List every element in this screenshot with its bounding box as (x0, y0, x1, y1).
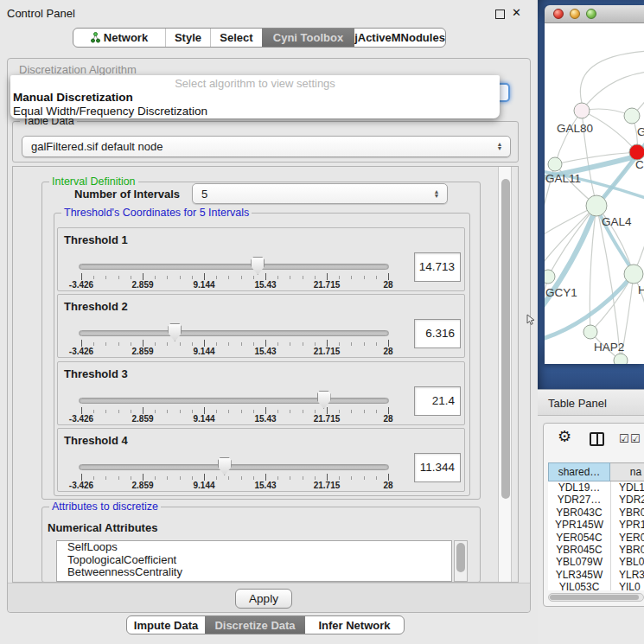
columns-icon[interactable] (590, 432, 604, 446)
column-header-name[interactable]: na (610, 462, 644, 481)
cell-name[interactable]: YER0 (610, 532, 644, 544)
close-traffic-light[interactable] (553, 9, 564, 19)
network-node[interactable] (574, 103, 590, 118)
network-node[interactable] (583, 325, 597, 339)
table-row[interactable]: YDL19…YDL1 (548, 481, 644, 494)
table-row[interactable]: YER054CYER0 (548, 532, 644, 544)
threshold-2-label: Threshold 2 (64, 300, 128, 313)
table-row[interactable]: YLR345WYLR3 (548, 569, 644, 581)
attributes-list-scrollbar[interactable] (454, 540, 468, 582)
table-row[interactable]: YBR045CYBR0 (548, 544, 644, 556)
threshold-1-slider-track[interactable] (79, 264, 389, 270)
table-row[interactable]: YIL053CYIL0 (548, 581, 644, 590)
network-node[interactable] (548, 157, 562, 171)
network-edge[interactable] (548, 206, 596, 277)
list-item[interactable]: SelfLoops (57, 541, 451, 554)
network-edge[interactable] (582, 72, 644, 111)
tab-jactivemnodules[interactable]: jActiveMNodules (354, 29, 445, 47)
network-window-titlebar[interactable] (545, 5, 644, 23)
table-row[interactable]: YBL079WYBL0 (548, 556, 644, 568)
slider-tick-label: 9.144 (193, 481, 214, 490)
zoom-traffic-light[interactable] (586, 9, 596, 19)
cell-name[interactable]: YDR2 (610, 494, 644, 506)
cell-shared-name[interactable]: YIL053C (548, 581, 610, 590)
minimize-traffic-light[interactable] (570, 9, 580, 19)
tab-infer-network-label: Infer Network (318, 619, 390, 632)
close-icon[interactable]: ✕ (512, 6, 521, 19)
threshold-4-slider-track[interactable] (79, 464, 389, 470)
cell-name[interactable]: YPR1 (610, 519, 644, 531)
gear-icon[interactable]: ⚙ (558, 429, 571, 444)
network-edge[interactable] (580, 51, 644, 103)
network-node-label: GCY1 (545, 286, 577, 299)
threshold-3-slider-track[interactable] (79, 398, 389, 404)
scrollbar-thumb[interactable] (501, 179, 510, 499)
network-node[interactable] (586, 195, 607, 216)
float-window-icon[interactable] (495, 10, 505, 19)
cell-name[interactable]: YLR3 (610, 569, 644, 581)
algorithm-dropdown-prompt[interactable]: Select algorithm to view settings (10, 77, 500, 91)
slider-tick (303, 276, 303, 279)
threshold-1-value-field[interactable]: 14.713 (414, 252, 461, 282)
tab-network[interactable]: Network (73, 29, 165, 47)
cell-name[interactable]: YIL0 (610, 581, 644, 590)
cell-shared-name[interactable]: YLR345W (548, 569, 610, 581)
column-header-shared-name[interactable]: shared… (548, 462, 610, 481)
apply-button[interactable]: Apply (235, 589, 292, 609)
tab-discretize-data[interactable]: Discretize Data (205, 616, 305, 634)
cell-name[interactable]: YBL0 (610, 556, 644, 568)
cell-shared-name[interactable]: YPR145W (548, 519, 610, 531)
list-item[interactable]: TopologicalCoefficient (57, 554, 451, 567)
threshold-4-slider-thumb[interactable] (218, 457, 232, 475)
tab-impute-data[interactable]: Impute Data (127, 616, 205, 634)
slider-tick (93, 476, 94, 480)
network-node[interactable] (624, 108, 640, 124)
number-of-intervals-combobox[interactable]: 5 ▲▼ (192, 183, 448, 204)
table-horizontal-scrollbar[interactable] (548, 593, 644, 602)
network-node-label: HAP2 (594, 341, 624, 354)
slider-tick (376, 410, 377, 413)
network-view-window: GAL80G.CGAL11GAL4GCY1HHAP2 (545, 5, 644, 364)
table-row[interactable]: YBR043CYBR0 (548, 507, 644, 519)
cell-shared-name[interactable]: YBR043C (548, 507, 610, 519)
tab-cyni-toolbox[interactable]: Cyni Toolbox (262, 29, 354, 47)
tab-cyni-toolbox-label: Cyni Toolbox (273, 31, 343, 44)
network-node[interactable] (614, 354, 628, 364)
threshold-3-slider-thumb[interactable] (317, 391, 331, 409)
network-node[interactable] (624, 265, 643, 284)
settings-vertical-scrollbar[interactable] (498, 167, 512, 582)
cell-shared-name[interactable]: YBR045C (548, 544, 610, 556)
threshold-2-slider-thumb[interactable] (168, 323, 182, 341)
network-node[interactable] (545, 270, 555, 284)
algorithm-option-manual[interactable]: Manual Discretization (10, 91, 500, 105)
list-item[interactable]: BetweennessCentrality (57, 566, 451, 579)
tab-style[interactable]: Style (165, 29, 210, 47)
scrollbar-thumb[interactable] (550, 595, 639, 600)
table-data-combobox[interactable]: galFiltered.sif default node ▲▼ (22, 136, 511, 157)
cell-shared-name[interactable]: YDL19… (548, 481, 610, 494)
select-all-checkbox-icon[interactable]: ☑ (619, 432, 629, 445)
numerical-attributes-list[interactable]: SelfLoops TopologicalCoefficient Between… (56, 540, 452, 582)
threshold-2-value-field[interactable]: 6.316 (414, 319, 461, 348)
network-canvas[interactable]: GAL80G.CGAL11GAL4GCY1HHAP2 (545, 23, 644, 364)
checkbox-icon[interactable]: ☑ (630, 432, 641, 445)
threshold-2-slider-track[interactable] (79, 330, 389, 336)
tab-infer-network[interactable]: Infer Network (305, 616, 404, 634)
threshold-3-value-field[interactable]: 21.4 (414, 386, 461, 416)
cell-name[interactable]: YBR0 (610, 507, 644, 519)
cell-name[interactable]: YDL1 (610, 481, 644, 494)
cell-shared-name[interactable]: YBL079W (548, 556, 610, 568)
slider-tick (143, 474, 143, 481)
threshold-1-slider-thumb[interactable] (251, 257, 265, 275)
tab-select[interactable]: Select (210, 29, 262, 47)
cell-name[interactable]: YBR0 (610, 544, 644, 556)
algorithm-option-equal-width[interactable]: Equal Width/Frequency Discretization (10, 105, 500, 118)
table-row[interactable]: YPR145WYPR1 (548, 519, 644, 531)
cell-shared-name[interactable]: YER054C (548, 532, 610, 544)
table-row[interactable]: YDR27…YDR2 (548, 494, 644, 506)
threshold-4-value-field[interactable]: 11.344 (414, 453, 461, 482)
scrollbar-thumb[interactable] (456, 543, 465, 572)
cell-shared-name[interactable]: YDR27… (548, 494, 610, 506)
network-edge[interactable] (555, 111, 582, 164)
network-icon (91, 30, 100, 48)
